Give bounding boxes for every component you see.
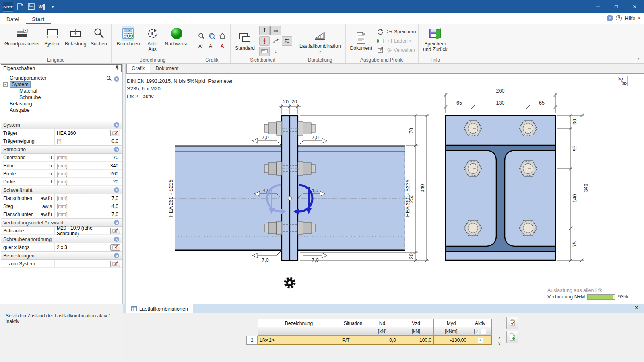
lfk-table-row[interactable]: 2 Lfk<2> P/T 0,0 100,0 -130,00 ✓ bbox=[246, 336, 492, 345]
tree-item-belastung[interactable]: Belastung bbox=[1, 101, 122, 107]
breite-value[interactable]: 260 bbox=[75, 171, 122, 177]
section-collapse-icon[interactable] bbox=[114, 187, 119, 193]
ribbon-collapse-icon[interactable]: ∧ bbox=[637, 56, 640, 62]
graphics-canvas[interactable]: DIN EN 1993:2015, N bis 5%Npld, Paramete… bbox=[126, 73, 644, 304]
expand-window-icon[interactable] bbox=[376, 47, 385, 53]
section-system[interactable]: System bbox=[1, 121, 122, 129]
tab-lastfallkombinationen[interactable]: Lastfallkombinationen bbox=[126, 304, 193, 313]
toggle-forces-icon[interactable]: F bbox=[282, 36, 292, 46]
tree-search-icon[interactable] bbox=[106, 76, 112, 82]
pin-icon[interactable] bbox=[115, 65, 119, 72]
traeger-value[interactable]: HEA 260 bbox=[54, 129, 110, 137]
profile-speichern-item[interactable]: Speichern bbox=[387, 29, 416, 35]
tree-item-grundparameter[interactable]: Grundparameter bbox=[1, 75, 122, 81]
toggle-supports-icon[interactable] bbox=[259, 36, 270, 46]
tree-expander-icon[interactable]: − bbox=[3, 82, 8, 87]
font-smaller-icon[interactable]: A⁻ bbox=[207, 41, 217, 51]
view-2d3d-toggle[interactable]: 2D 3D bbox=[617, 76, 628, 86]
section-stirnplatte[interactable]: Stirnplatte bbox=[1, 145, 122, 154]
dicke-value[interactable]: 20 bbox=[75, 179, 122, 185]
row-up-icon[interactable]: ∧ bbox=[498, 336, 501, 340]
tree-collapse-icon[interactable] bbox=[114, 76, 119, 82]
zum-system-value[interactable] bbox=[54, 260, 110, 267]
quer-laengs-value[interactable]: 2 x 3 bbox=[54, 243, 110, 251]
front-dim-65r: 65 bbox=[539, 100, 545, 106]
row-number: 2 bbox=[246, 336, 258, 345]
profile-verwalten-item[interactable]: Verwalten bbox=[387, 47, 416, 53]
section-collapse-icon[interactable] bbox=[114, 237, 119, 242]
dokument-button[interactable]: Dokument bbox=[348, 30, 374, 52]
zoom-icon[interactable] bbox=[196, 31, 206, 41]
tree-item-material[interactable]: Material bbox=[1, 88, 122, 94]
flansch-unten-value[interactable]: 7,0 bbox=[75, 212, 122, 217]
profile-laden-item[interactable]: Laden ▾ bbox=[387, 38, 416, 44]
system-button[interactable]: System bbox=[42, 25, 63, 48]
ueberstand-value[interactable]: 70 bbox=[75, 155, 122, 160]
help-icon[interactable]: ? bbox=[616, 15, 622, 21]
row-down-icon[interactable]: ∨ bbox=[498, 341, 501, 346]
tree-item-system[interactable]: −System bbox=[1, 81, 122, 88]
speichern-und-zurueck-button[interactable]: Speichernund Zurück bbox=[421, 25, 449, 53]
traegerneigung-value[interactable]: 0,0 bbox=[75, 138, 122, 144]
lastfallkombination-button[interactable]: Lastfallkombination ▾ bbox=[297, 28, 343, 54]
section-collapse-icon[interactable] bbox=[114, 253, 119, 258]
side-view: 7,0 7,0 4,0 4,0 7,0 7,0 bbox=[168, 99, 429, 263]
add-row-button[interactable] bbox=[506, 331, 518, 343]
zoom-home-icon[interactable] bbox=[217, 31, 227, 41]
help-label[interactable]: Hilfe bbox=[625, 15, 635, 21]
aktiv-checkbox[interactable]: ✓ bbox=[478, 338, 483, 343]
grundparameter-button[interactable]: Grundparameter bbox=[2, 25, 42, 48]
belastung-button[interactable]: Belastung bbox=[63, 25, 88, 48]
tab-grafik[interactable]: Grafik bbox=[126, 64, 150, 73]
tree-item-schraube[interactable]: Schraube bbox=[1, 94, 122, 101]
edit-anordnung-button[interactable] bbox=[110, 244, 120, 251]
gear-icon[interactable] bbox=[285, 278, 294, 287]
font-larger-icon[interactable]: A⁺ bbox=[196, 41, 206, 51]
tree-item-ausgabe[interactable]: Ausgabe bbox=[1, 107, 122, 113]
new-document-icon[interactable] bbox=[16, 3, 24, 11]
steg-value[interactable]: 4,0 bbox=[75, 204, 122, 209]
standard-view-button[interactable]: Standard bbox=[233, 30, 257, 52]
tab-datei[interactable]: Datei bbox=[0, 14, 26, 24]
tab-start[interactable]: Start bbox=[26, 14, 51, 24]
close-button[interactable]: × bbox=[625, 0, 644, 13]
edit-traeger-button[interactable] bbox=[110, 130, 120, 136]
toggle-dimensions-icon[interactable] bbox=[259, 47, 270, 56]
help-caret-icon[interactable]: ▾ bbox=[638, 16, 640, 20]
toggle-deflection-icon[interactable]: ↓ bbox=[270, 47, 281, 56]
toggle-labels-icon[interactable]: abl bbox=[270, 26, 281, 35]
tab-dokument[interactable]: Dokument bbox=[150, 64, 184, 73]
hoehe-value[interactable]: 340 bbox=[75, 163, 122, 169]
load-diagram-icon bbox=[313, 29, 327, 43]
auto-aus-button[interactable]: II AutoAus bbox=[142, 25, 163, 53]
select-all-checkbox[interactable]: ✓ bbox=[474, 329, 479, 334]
word-export-icon[interactable]: W bbox=[38, 3, 46, 11]
play-document-icon[interactable] bbox=[376, 38, 385, 44]
berechnen-button[interactable]: 123 Berechnen bbox=[114, 25, 142, 48]
minimize-button[interactable]: ─ bbox=[588, 0, 607, 13]
maximize-button[interactable]: □ bbox=[607, 0, 625, 13]
collapse-ribbon-icon[interactable] bbox=[607, 15, 613, 21]
section-collapse-icon[interactable] bbox=[114, 122, 119, 128]
schraube-value[interactable]: M20 - 10.9 (rohe Schraube) bbox=[54, 227, 110, 234]
section-collapse-icon[interactable] bbox=[114, 147, 119, 152]
toggle-profile-icon[interactable]: I bbox=[259, 26, 270, 35]
zoom-window-icon[interactable] bbox=[207, 31, 217, 41]
section-bemerkungen[interactable]: Bemerkungen bbox=[1, 251, 122, 260]
panel-splitter[interactable] bbox=[123, 64, 126, 304]
section-schweissnaht[interactable]: Schweißnaht bbox=[1, 186, 122, 194]
edit-bemerkung-button[interactable] bbox=[110, 261, 120, 267]
section-collapse-icon[interactable] bbox=[114, 220, 119, 225]
select-none-checkbox[interactable] bbox=[481, 329, 486, 334]
flansch-oben-value[interactable]: 7,0 bbox=[75, 195, 122, 201]
nachweise-button[interactable]: Nachweise bbox=[163, 25, 190, 48]
toggle-loads-icon[interactable] bbox=[270, 36, 281, 46]
refresh-profile-icon[interactable] bbox=[376, 29, 385, 35]
customize-toolbar-caret-icon[interactable]: ▾ bbox=[49, 3, 57, 11]
edit-table-button[interactable] bbox=[506, 317, 518, 329]
font-color-icon[interactable]: A bbox=[217, 41, 227, 51]
close-panel-icon[interactable]: ✕ bbox=[633, 304, 640, 311]
edit-schraube-button[interactable] bbox=[110, 228, 120, 234]
suchen-button[interactable]: Suchen bbox=[88, 25, 109, 48]
save-icon[interactable] bbox=[27, 3, 35, 11]
